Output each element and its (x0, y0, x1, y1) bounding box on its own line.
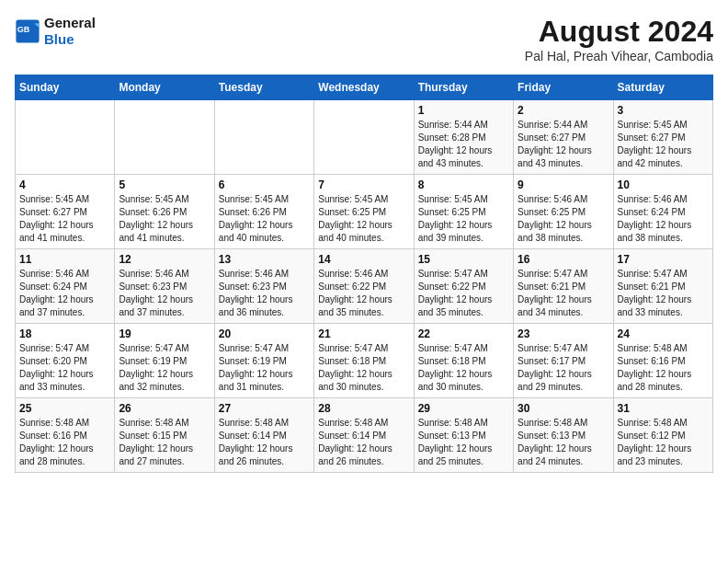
calendar-cell: 29Sunrise: 5:48 AM Sunset: 6:13 PM Dayli… (414, 398, 513, 473)
logo-icon: GB (15, 18, 40, 44)
svg-text:GB: GB (17, 25, 30, 34)
day-info: Sunrise: 5:47 AM Sunset: 6:21 PM Dayligh… (518, 268, 609, 319)
day-info: Sunrise: 5:48 AM Sunset: 6:14 PM Dayligh… (318, 417, 409, 468)
calendar-cell: 25Sunrise: 5:48 AM Sunset: 6:16 PM Dayli… (16, 398, 115, 473)
calendar-cell (314, 100, 414, 175)
day-number: 19 (119, 327, 210, 340)
calendar-cell: 18Sunrise: 5:47 AM Sunset: 6:20 PM Dayli… (16, 324, 115, 398)
calendar-cell: 10Sunrise: 5:46 AM Sunset: 6:24 PM Dayli… (613, 175, 712, 249)
calendar-cell: 12Sunrise: 5:46 AM Sunset: 6:23 PM Dayli… (115, 249, 214, 324)
calendar-cell: 5Sunrise: 5:45 AM Sunset: 6:26 PM Daylig… (115, 175, 214, 249)
day-number: 22 (418, 327, 509, 340)
day-info: Sunrise: 5:48 AM Sunset: 6:16 PM Dayligh… (19, 417, 110, 468)
header: GB General Blue August 2024 Pal Hal, Pre… (15, 15, 713, 63)
day-info: Sunrise: 5:48 AM Sunset: 6:14 PM Dayligh… (219, 417, 310, 468)
calendar-cell: 20Sunrise: 5:47 AM Sunset: 6:19 PM Dayli… (214, 324, 313, 398)
day-number: 9 (518, 178, 609, 191)
day-number: 26 (119, 402, 210, 415)
day-info: Sunrise: 5:47 AM Sunset: 6:19 PM Dayligh… (219, 342, 310, 394)
day-info: Sunrise: 5:48 AM Sunset: 6:13 PM Dayligh… (518, 417, 609, 468)
day-info: Sunrise: 5:47 AM Sunset: 6:22 PM Dayligh… (418, 268, 509, 319)
calendar-cell: 1Sunrise: 5:44 AM Sunset: 6:28 PM Daylig… (414, 100, 513, 175)
calendar-cell: 17Sunrise: 5:47 AM Sunset: 6:21 PM Dayli… (613, 249, 712, 324)
calendar-cell (16, 100, 115, 175)
day-info: Sunrise: 5:45 AM Sunset: 6:26 PM Dayligh… (119, 193, 210, 245)
day-number: 17 (618, 253, 709, 266)
day-header-saturday: Saturday (613, 75, 712, 100)
day-number: 25 (19, 402, 110, 415)
day-number: 27 (219, 402, 310, 415)
day-number: 8 (418, 178, 509, 191)
day-number: 10 (618, 178, 709, 191)
day-number: 2 (518, 104, 609, 117)
calendar-cell: 31Sunrise: 5:48 AM Sunset: 6:12 PM Dayli… (613, 398, 712, 473)
title-area: August 2024 Pal Hal, Preah Vihear, Cambo… (525, 15, 713, 63)
calendar-cell: 7Sunrise: 5:45 AM Sunset: 6:25 PM Daylig… (314, 175, 414, 249)
day-number: 16 (518, 253, 609, 266)
day-header-sunday: Sunday (16, 75, 115, 100)
calendar-cell: 13Sunrise: 5:46 AM Sunset: 6:23 PM Dayli… (214, 249, 313, 324)
day-number: 13 (219, 253, 310, 266)
calendar-cell: 6Sunrise: 5:45 AM Sunset: 6:26 PM Daylig… (214, 175, 313, 249)
day-info: Sunrise: 5:48 AM Sunset: 6:12 PM Dayligh… (618, 417, 709, 468)
calendar-cell: 24Sunrise: 5:48 AM Sunset: 6:16 PM Dayli… (613, 324, 712, 398)
day-number: 28 (318, 402, 409, 415)
day-info: Sunrise: 5:46 AM Sunset: 6:22 PM Dayligh… (318, 268, 409, 319)
calendar-cell: 27Sunrise: 5:48 AM Sunset: 6:14 PM Dayli… (214, 398, 313, 473)
day-number: 6 (219, 178, 310, 191)
calendar-cell: 14Sunrise: 5:46 AM Sunset: 6:22 PM Dayli… (314, 249, 414, 324)
day-number: 7 (318, 178, 409, 191)
day-number: 14 (318, 253, 409, 266)
day-info: Sunrise: 5:48 AM Sunset: 6:16 PM Dayligh… (618, 342, 709, 394)
calendar-cell (214, 100, 313, 175)
calendar-cell: 4Sunrise: 5:45 AM Sunset: 6:27 PM Daylig… (16, 175, 115, 249)
day-info: Sunrise: 5:47 AM Sunset: 6:18 PM Dayligh… (418, 342, 509, 394)
calendar-cell (115, 100, 214, 175)
calendar-table: SundayMondayTuesdayWednesdayThursdayFrid… (15, 75, 713, 473)
day-number: 1 (418, 104, 509, 117)
logo: GB General Blue (15, 15, 96, 48)
calendar-cell: 9Sunrise: 5:46 AM Sunset: 6:25 PM Daylig… (514, 175, 613, 249)
day-number: 29 (418, 402, 509, 415)
day-info: Sunrise: 5:46 AM Sunset: 6:23 PM Dayligh… (219, 268, 310, 319)
day-number: 15 (418, 253, 509, 266)
day-info: Sunrise: 5:45 AM Sunset: 6:25 PM Dayligh… (418, 193, 509, 245)
day-header-wednesday: Wednesday (314, 75, 414, 100)
logo-text: General Blue (44, 15, 96, 48)
day-header-thursday: Thursday (414, 75, 513, 100)
calendar-cell: 8Sunrise: 5:45 AM Sunset: 6:25 PM Daylig… (414, 175, 513, 249)
day-info: Sunrise: 5:48 AM Sunset: 6:15 PM Dayligh… (119, 417, 210, 468)
calendar-cell: 3Sunrise: 5:45 AM Sunset: 6:27 PM Daylig… (613, 100, 712, 175)
calendar-cell: 2Sunrise: 5:44 AM Sunset: 6:27 PM Daylig… (514, 100, 613, 175)
day-number: 21 (318, 327, 409, 340)
day-number: 23 (518, 327, 609, 340)
day-header-monday: Monday (115, 75, 214, 100)
day-info: Sunrise: 5:45 AM Sunset: 6:27 PM Dayligh… (19, 193, 110, 245)
day-info: Sunrise: 5:48 AM Sunset: 6:13 PM Dayligh… (418, 417, 509, 468)
day-info: Sunrise: 5:47 AM Sunset: 6:18 PM Dayligh… (318, 342, 409, 394)
calendar-cell: 15Sunrise: 5:47 AM Sunset: 6:22 PM Dayli… (414, 249, 513, 324)
calendar-cell: 22Sunrise: 5:47 AM Sunset: 6:18 PM Dayli… (414, 324, 513, 398)
day-number: 5 (119, 178, 210, 191)
day-info: Sunrise: 5:47 AM Sunset: 6:20 PM Dayligh… (19, 342, 110, 394)
calendar-cell: 11Sunrise: 5:46 AM Sunset: 6:24 PM Dayli… (16, 249, 115, 324)
calendar-cell: 26Sunrise: 5:48 AM Sunset: 6:15 PM Dayli… (115, 398, 214, 473)
day-header-tuesday: Tuesday (214, 75, 313, 100)
calendar-cell: 19Sunrise: 5:47 AM Sunset: 6:19 PM Dayli… (115, 324, 214, 398)
day-number: 20 (219, 327, 310, 340)
day-info: Sunrise: 5:45 AM Sunset: 6:27 PM Dayligh… (618, 119, 709, 170)
day-info: Sunrise: 5:45 AM Sunset: 6:26 PM Dayligh… (219, 193, 310, 245)
day-number: 4 (19, 178, 110, 191)
day-number: 31 (618, 402, 709, 415)
day-info: Sunrise: 5:46 AM Sunset: 6:24 PM Dayligh… (19, 268, 110, 319)
day-header-friday: Friday (514, 75, 613, 100)
day-info: Sunrise: 5:47 AM Sunset: 6:19 PM Dayligh… (119, 342, 210, 394)
day-number: 12 (119, 253, 210, 266)
day-number: 3 (618, 104, 709, 117)
day-info: Sunrise: 5:44 AM Sunset: 6:28 PM Dayligh… (418, 119, 509, 170)
calendar-cell: 21Sunrise: 5:47 AM Sunset: 6:18 PM Dayli… (314, 324, 414, 398)
day-number: 18 (19, 327, 110, 340)
day-info: Sunrise: 5:45 AM Sunset: 6:25 PM Dayligh… (318, 193, 409, 245)
day-number: 30 (518, 402, 609, 415)
day-number: 24 (618, 327, 709, 340)
